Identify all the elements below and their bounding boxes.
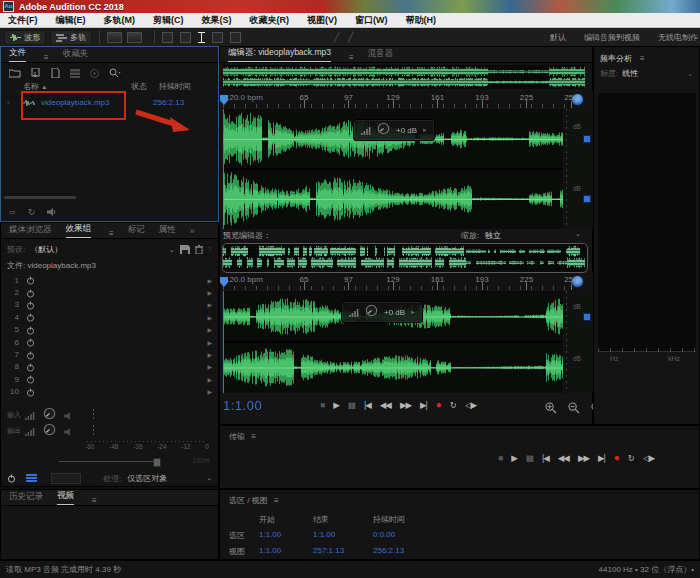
tab-history-0[interactable]: 历史记录 [9, 491, 43, 505]
go-to-end-button[interactable]: ▶| [598, 453, 605, 463]
hud-volume-knob[interactable] [377, 121, 390, 139]
slot-menu-arrow-icon[interactable]: ▶ [207, 314, 212, 321]
zoom-out-button[interactable] [568, 400, 580, 418]
overview-navigator[interactable] [223, 65, 585, 89]
menu-item-7[interactable]: 窗口(W) [355, 14, 388, 27]
waveform-view-button[interactable]: 波形 [4, 30, 46, 45]
tab-files-1[interactable]: 收藏夹 [63, 48, 89, 62]
left-channel-button[interactable] [583, 135, 591, 143]
chevron-down-icon[interactable]: ⌄ [575, 230, 581, 238]
menu-item-4[interactable]: 效果(S) [202, 14, 232, 27]
slot-menu-arrow-icon[interactable]: ▶ [207, 351, 212, 358]
save-preset-icon[interactable] [180, 245, 190, 254]
loop-playback-button[interactable]: ↻ [450, 400, 456, 410]
scale-value[interactable]: 线性 [622, 68, 638, 79]
marquee-selection-tool-icon[interactable] [212, 32, 223, 43]
playhead-line[interactable] [223, 109, 224, 229]
panel-menu-icon[interactable]: ≡ [92, 496, 97, 505]
record-button[interactable]: ● [436, 399, 441, 410]
tab-files-0[interactable]: 文件 [9, 47, 26, 62]
mix-slider-track[interactable] [59, 461, 155, 462]
slot-menu-arrow-icon[interactable]: ▶ [207, 277, 212, 284]
record-button[interactable]: ● [614, 452, 619, 463]
mix-slider-handle[interactable] [153, 458, 161, 467]
tab-effects-3[interactable]: 属性 [159, 224, 176, 238]
go-to-end-button[interactable]: ▶| [420, 400, 427, 410]
menu-item-0[interactable]: 文件(F) [8, 14, 38, 27]
chevron-down-icon[interactable]: ⌄ [687, 70, 693, 78]
menu-item-8[interactable]: 帮助(H) [406, 14, 437, 27]
multitrack-view-button[interactable]: 多轨 [50, 30, 92, 45]
stop-button[interactable]: ■ [498, 453, 502, 463]
panel-menu-icon[interactable]: ≡ [349, 53, 354, 62]
chevron-down-icon[interactable]: ⌄ [206, 474, 212, 482]
slot-menu-arrow-icon[interactable]: ▶ [207, 388, 212, 395]
tab-editor-1[interactable]: 混音器 [368, 48, 394, 62]
skip-selection-button[interactable]: ◁▶ [643, 453, 654, 463]
auto-play-speaker-icon[interactable] [47, 208, 56, 216]
loop-playback-button[interactable]: ↻ [628, 453, 634, 463]
insert-multitrack-icon[interactable] [70, 69, 80, 78]
panel-options-icon[interactable]: ▭ [9, 208, 16, 216]
open-file-icon[interactable] [9, 69, 21, 78]
timeline-ruler[interactable]: 120.0 bpm 6597129161193225257 [223, 91, 594, 108]
files-horizontal-scrollbar[interactable] [4, 196, 76, 199]
stop-button[interactable]: ■ [320, 400, 324, 410]
expander-icon[interactable]: › [7, 98, 10, 107]
panel-menu-icon[interactable]: ≡ [44, 53, 49, 62]
menu-item-2[interactable]: 多轨(M) [104, 14, 136, 27]
hud-volume-control[interactable]: +0 dB ▸ [341, 301, 423, 323]
menu-item-6[interactable]: 视图(V) [307, 14, 337, 27]
workspace-1[interactable]: 编辑音频到视频 [584, 32, 640, 43]
slot-power-button[interactable] [26, 383, 35, 401]
menu-item-5[interactable]: 收藏夹(R) [250, 14, 290, 27]
slot-menu-arrow-icon[interactable]: ▶ [207, 339, 212, 346]
time-display[interactable]: 1:1.00 [223, 398, 262, 413]
play-button[interactable]: ▶ [511, 453, 517, 463]
slot-menu-arrow-icon[interactable]: ▶ [207, 376, 212, 383]
paintbrush-tool-icon[interactable]: ╱ [334, 33, 341, 42]
play-button[interactable]: ▶ [333, 400, 339, 410]
meters-toggle-icon[interactable] [26, 474, 37, 482]
fast-forward-button[interactable]: ▶▶ [400, 400, 411, 410]
pause-button[interactable]: ▮▮ [526, 453, 533, 463]
preview-zoom-value[interactable]: 独立 [485, 230, 501, 241]
playhead-line[interactable] [223, 291, 224, 393]
razor-tool-icon[interactable] [180, 32, 191, 43]
tab-effects-0[interactable]: 媒体浏览器 [9, 224, 52, 238]
tab-editor-0[interactable]: 编辑器: videoplayback.mp3 [228, 47, 331, 62]
go-to-start-button[interactable]: |◀ [364, 400, 371, 410]
pause-button[interactable]: ▮▮ [348, 400, 355, 410]
left-channel-button[interactable] [583, 313, 591, 321]
spectral-frequency-icon[interactable] [107, 32, 122, 43]
skip-selection-button[interactable]: ◁▶ [465, 400, 476, 410]
time-selection-tool-icon[interactable] [198, 32, 205, 43]
spectral-pitch-icon[interactable] [127, 32, 142, 43]
menu-item-1[interactable]: 编辑(E) [56, 14, 86, 27]
delete-preset-icon[interactable] [195, 245, 203, 254]
chevron-down-icon[interactable]: ⌄ [169, 246, 175, 254]
hud-volume-control[interactable]: +0 dB ▸ [353, 119, 435, 141]
preview-button[interactable] [51, 473, 81, 484]
slot-menu-arrow-icon[interactable]: ▶ [207, 289, 212, 296]
insert-cd-icon[interactable] [90, 69, 99, 78]
frequency-graph[interactable] [598, 93, 696, 352]
zoom-in-button[interactable] [545, 400, 557, 418]
slot-menu-arrow-icon[interactable]: ▶ [207, 326, 212, 333]
spot-healing-tool-icon[interactable]: ╱ [348, 33, 355, 42]
timeline-ruler[interactable]: 120.0 bpm 6597129161193225257 [223, 273, 594, 290]
rewind-button[interactable]: ◀◀ [380, 400, 391, 410]
tab-history-1[interactable]: 视频 [57, 490, 74, 505]
go-to-start-button[interactable]: |◀ [542, 453, 549, 463]
monitor-icon[interactable] [64, 422, 73, 440]
hud-fader-icon[interactable]: ▸ [411, 308, 415, 316]
menu-item-3[interactable]: 剪辑(C) [153, 14, 184, 27]
help-icon[interactable]: ? [208, 245, 212, 254]
output-knob[interactable] [43, 422, 56, 440]
rewind-button[interactable]: ◀◀ [558, 453, 569, 463]
column-status[interactable]: 状态 [131, 81, 147, 92]
title-bar[interactable]: Au Adobe Audition CC 2018 [0, 0, 700, 13]
hud-volume-knob[interactable] [365, 303, 378, 321]
right-channel-button[interactable] [583, 195, 591, 203]
rack-power-button[interactable] [7, 469, 16, 487]
